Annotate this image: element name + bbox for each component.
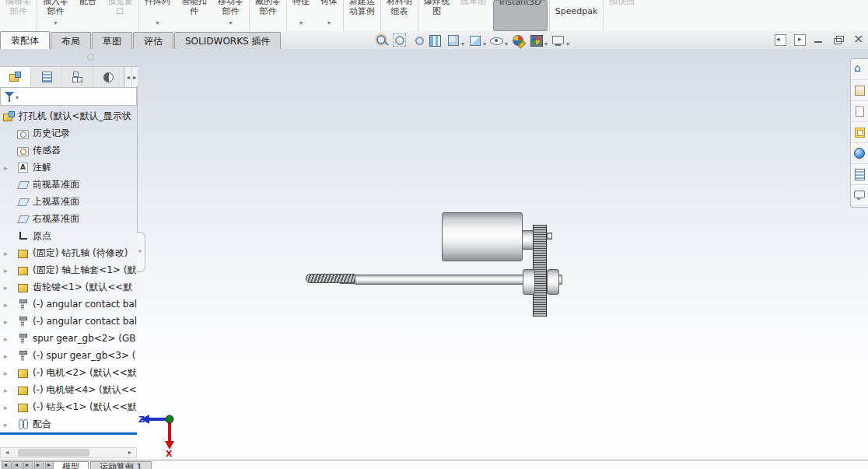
study-nav-button[interactable] xyxy=(34,461,44,469)
dropdown-caret-icon[interactable] xyxy=(299,16,303,23)
panel-splitter-handle[interactable] xyxy=(137,232,145,272)
tree-item[interactable]: (-) 电机<2> (默认<<默 xyxy=(0,364,139,381)
ribbon-button[interactable]: 预览窗 口 xyxy=(102,0,138,31)
view-toolbar-button[interactable] xyxy=(512,33,526,47)
ribbon-button[interactable]: Speedpak xyxy=(549,0,604,31)
scroll-left-icon[interactable] xyxy=(2,449,12,457)
model-bearing-right[interactable] xyxy=(547,269,559,295)
study-nav-button[interactable] xyxy=(12,461,23,469)
tree-item[interactable]: 上视基准面 xyxy=(0,193,139,210)
dropdown-caret-icon[interactable] xyxy=(461,37,464,44)
window-control-button[interactable] xyxy=(852,34,863,45)
view-toolbar-icon[interactable] xyxy=(375,33,389,47)
task-pane-tab[interactable] xyxy=(851,80,868,101)
ribbon-button[interactable]: 编辑零 部件 xyxy=(0,0,37,31)
view-toolbar-button[interactable] xyxy=(429,33,443,47)
tree-item[interactable]: 注解 xyxy=(0,159,139,176)
featuremanager-tab[interactable] xyxy=(62,67,93,87)
graphics-viewport[interactable]: 打孔机 (默认<默认_显示状 历史记录 传感器 注解 xyxy=(0,49,868,460)
featuremanager-tab[interactable] xyxy=(0,67,31,87)
tree-horizontal-scrollbar[interactable] xyxy=(0,447,137,458)
ribbon-button[interactable]: 特征 xyxy=(286,0,315,31)
featuremanager-tab[interactable] xyxy=(31,67,62,87)
scrollbar-thumb[interactable] xyxy=(18,449,89,457)
view-toolbar-icon[interactable] xyxy=(468,33,482,47)
expand-arrow-icon[interactable] xyxy=(4,247,12,257)
ribbon-button[interactable]: 件阵列 xyxy=(138,0,176,31)
view-toolbar-button[interactable] xyxy=(446,33,464,47)
model-motor-body[interactable] xyxy=(442,212,523,261)
task-pane-tab[interactable] xyxy=(851,122,868,143)
commandmanager-tab[interactable]: 布局 xyxy=(51,32,91,50)
window-control-button[interactable] xyxy=(775,34,786,45)
task-pane-tab[interactable] xyxy=(851,101,868,122)
ribbon-button[interactable]: 移动零 部件 xyxy=(212,0,249,31)
ribbon-button[interactable]: 智能扣 件 xyxy=(176,0,212,31)
task-pane-tab[interactable] xyxy=(851,143,868,164)
view-toolbar-icon[interactable] xyxy=(512,33,526,47)
dropdown-caret-icon[interactable] xyxy=(156,16,159,23)
view-toolbar-icon[interactable] xyxy=(490,33,504,47)
tree-item[interactable]: 传感器 xyxy=(0,142,139,159)
tree-item[interactable]: (-) 电机键<4> (默认<< xyxy=(0,381,139,398)
expand-arrow-icon[interactable] xyxy=(4,401,12,411)
view-toolbar-button[interactable] xyxy=(490,33,508,47)
ribbon-button[interactable]: 爆炸视 图 xyxy=(418,0,455,31)
view-toolbar-button[interactable] xyxy=(393,33,407,47)
dropdown-caret-icon[interactable] xyxy=(54,16,57,23)
filter-funnel-icon[interactable] xyxy=(4,91,16,103)
view-toolbar-icon[interactable] xyxy=(393,33,407,47)
commandmanager-tab[interactable]: SOLIDWORKS 插件 xyxy=(174,32,281,50)
dropdown-caret-icon[interactable] xyxy=(566,37,569,44)
window-control-button[interactable] xyxy=(814,34,824,45)
dropdown-caret-icon[interactable] xyxy=(229,16,232,23)
ribbon-button[interactable]: 线草图 xyxy=(455,0,492,31)
tree-filter-box[interactable] xyxy=(0,87,137,106)
dropdown-caret-icon[interactable] xyxy=(483,37,486,44)
ribbon-button[interactable]: 配合 xyxy=(74,0,102,31)
featuremanager-tab[interactable] xyxy=(93,67,124,87)
study-tab[interactable]: 模型 xyxy=(53,461,89,469)
tree-item[interactable]: (-) angular contact bal xyxy=(0,313,139,330)
model-pinion-stub[interactable] xyxy=(547,233,552,240)
model-bearing-left[interactable] xyxy=(523,269,535,295)
tree-item[interactable]: 打孔机 (默认<默认_显示状 xyxy=(0,107,139,124)
study-tab[interactable]: 运动算例 1 xyxy=(90,461,152,469)
expand-arrow-icon[interactable] xyxy=(4,316,12,325)
tree-item[interactable]: (固定) 轴上轴套<1> (默 xyxy=(0,261,139,278)
ribbon-button[interactable]: 拍快照 xyxy=(603,0,640,31)
view-toolbar-icon[interactable] xyxy=(446,33,460,47)
expand-arrow-icon[interactable] xyxy=(4,418,12,428)
tree-item[interactable]: (固定) 钻孔轴 (待修改) xyxy=(0,244,139,261)
window-control-button[interactable] xyxy=(833,34,844,45)
dropdown-caret-icon[interactable] xyxy=(505,37,508,44)
expand-arrow-icon[interactable] xyxy=(4,162,12,171)
dropdown-caret-icon[interactable] xyxy=(327,16,331,23)
task-pane-tab[interactable] xyxy=(851,59,868,80)
panel-tab-scroll-left-icon[interactable] xyxy=(124,67,131,87)
view-toolbar-button[interactable] xyxy=(530,33,548,47)
expand-arrow-icon[interactable] xyxy=(4,367,12,376)
commandmanager-tab[interactable]: 草图 xyxy=(92,32,132,50)
view-toolbar-icon[interactable] xyxy=(411,33,425,47)
panel-tab-scroll-right-icon[interactable] xyxy=(131,67,138,87)
view-toolbar-icon[interactable] xyxy=(429,33,443,47)
expand-arrow-icon[interactable] xyxy=(4,282,12,291)
ribbon-button[interactable]: 插入零 部件 xyxy=(37,0,74,31)
study-nav-button[interactable] xyxy=(23,461,33,469)
tree-item[interactable]: 右视基准面 xyxy=(0,210,139,227)
ribbon-button[interactable]: 何体 xyxy=(315,0,343,31)
model-drill-bit[interactable] xyxy=(306,274,355,283)
tree-item[interactable]: (-) angular contact bal xyxy=(0,296,139,313)
window-control-button[interactable] xyxy=(794,34,805,45)
view-toolbar-icon[interactable] xyxy=(551,33,565,47)
tree-item[interactable]: spur gear_gb<2> (GB xyxy=(0,330,139,347)
view-toolbar-button[interactable] xyxy=(375,33,389,47)
tree-item[interactable]: 配合 xyxy=(0,415,139,432)
commandmanager-tab[interactable]: 装配体 xyxy=(0,31,50,50)
expand-arrow-icon[interactable] xyxy=(4,264,12,274)
tree-item[interactable]: (-) 钻头<1> (默认<<默 xyxy=(0,398,139,415)
ribbon-button[interactable]: 新建运 动算例 xyxy=(343,0,380,31)
scroll-right-icon[interactable] xyxy=(125,449,135,457)
view-toolbar-button[interactable] xyxy=(551,33,569,47)
